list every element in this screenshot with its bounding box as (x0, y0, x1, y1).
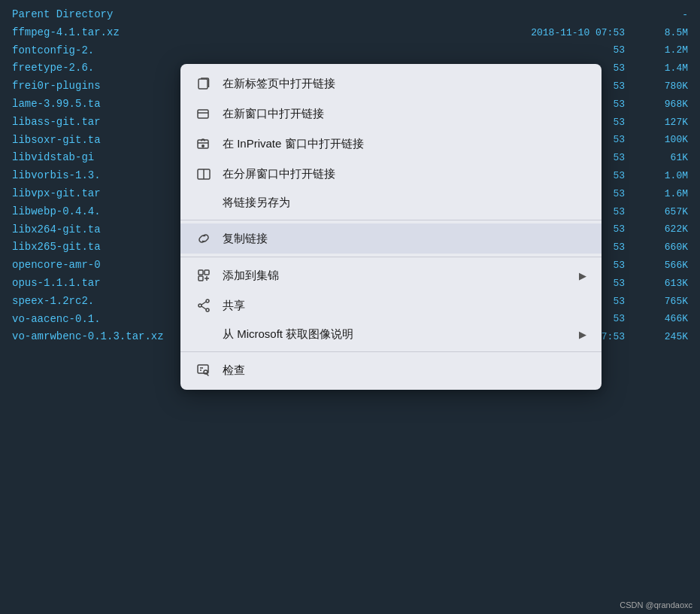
file-size: 613K (643, 275, 688, 292)
menu-item-ms-image[interactable]: 从 Microsoft 获取图像说明 ▶ (180, 321, 602, 348)
file-name: ffmpeg-4.1.tar.xz (12, 24, 208, 42)
file-name: freetype-2.6. (12, 59, 208, 78)
svg-rect-6 (205, 270, 209, 275)
menu-divider (180, 220, 602, 220)
watermark: CSDN @qrandaoxc (620, 600, 692, 609)
file-size: 466K (643, 311, 688, 327)
menu-item-share[interactable]: 共享 (180, 290, 602, 321)
svg-point-9 (198, 304, 202, 307)
svg-rect-5 (198, 270, 203, 275)
file-size: 780K (643, 78, 688, 95)
svg-rect-11 (198, 365, 208, 373)
copy-link-icon (195, 230, 212, 247)
svg-point-3 (202, 144, 205, 147)
file-name: libvidstab-gi (12, 149, 208, 167)
svg-rect-0 (198, 79, 208, 89)
file-name: libvorbis-1.3. (12, 167, 208, 185)
file-size: 657K (643, 204, 688, 220)
context-menu: 在新标签页中打开链接 在新窗口中打开链接 在 InPrivate 窗口中打开链接 (180, 64, 602, 390)
menu-divider-2 (180, 257, 602, 257)
file-date: 53 (505, 42, 625, 59)
file-name: fontconfig-2. (12, 42, 208, 60)
file-name: opencore-amr-0 (12, 257, 208, 275)
file-size: 100K (643, 132, 688, 148)
file-name: libsoxr-git.ta (12, 132, 208, 150)
menu-item-label: 复制链接 (223, 232, 586, 246)
menu-item-label: 共享 (223, 299, 586, 313)
file-row-parent[interactable]: Parent Directory - (12, 6, 688, 24)
file-name: lame-3.99.5.ta (12, 96, 208, 114)
file-name: speex-1.2rc2. (12, 293, 208, 311)
svg-point-12 (204, 370, 208, 374)
menu-item-label: 检查 (223, 363, 586, 378)
file-size: 8.5M (643, 25, 688, 41)
file-size: 1.4M (643, 60, 688, 77)
file-row-fontconfig[interactable]: fontconfig-2. 53 1.2M (12, 42, 688, 60)
file-name: frei0r-plugins (12, 78, 208, 96)
file-size: 622K (643, 221, 688, 238)
file-size: 968K (643, 96, 688, 113)
menu-item-label: 在新窗口中打开链接 (223, 107, 586, 121)
file-name: libx264-git.ta (12, 221, 208, 239)
file-name: vo-aacenc-0.1. (12, 311, 208, 329)
submenu-arrow-icon: ▶ (579, 270, 586, 281)
file-name: libx265-git.ta (12, 239, 208, 257)
file-row-ffmpeg[interactable]: ffmpeg-4.1.tar.xz 2018-11-10 07:53 8.5M (12, 24, 688, 42)
file-size: 660K (643, 239, 688, 256)
menu-item-new-tab[interactable]: 在新标签页中打开链接 (180, 68, 602, 99)
menu-item-label: 在新标签页中打开链接 (223, 77, 586, 91)
file-name: Parent Directory (12, 6, 208, 24)
file-name: libwebp-0.4.4. (12, 203, 208, 221)
file-size: 61K (643, 150, 688, 166)
menu-item-collections[interactable]: 添加到集锦 ▶ (180, 260, 602, 290)
file-size: 245K (643, 329, 688, 345)
svg-point-10 (206, 309, 209, 312)
share-icon (195, 297, 212, 314)
menu-item-inspect[interactable]: 检查 (180, 355, 602, 385)
inspect-icon (195, 362, 212, 378)
file-size: 1.6M (643, 186, 688, 202)
inprivate-icon (195, 135, 212, 152)
menu-item-label: 在 InPrivate 窗口中打开链接 (223, 137, 586, 151)
new-tab-icon (195, 75, 212, 92)
menu-item-label: 从 Microsoft 获取图像说明 (223, 327, 568, 342)
menu-item-label: 将链接另存为 (223, 196, 586, 210)
file-size: 1.0M (643, 168, 688, 184)
menu-item-label: 在分屏窗口中打开链接 (223, 167, 586, 181)
file-size: 765K (643, 293, 688, 310)
file-name: libvpx-git.tar (12, 185, 208, 203)
file-size: 1.2M (643, 42, 688, 59)
collections-icon (195, 267, 212, 284)
menu-item-save-as[interactable]: 将链接另存为 (180, 189, 602, 217)
file-name: opus-1.1.1.tar (12, 275, 208, 293)
svg-point-8 (206, 299, 209, 302)
file-size: 566K (643, 257, 688, 274)
menu-item-label: 添加到集锦 (223, 269, 568, 283)
file-size: - (682, 7, 688, 23)
new-window-icon (195, 105, 212, 122)
menu-item-copy-link[interactable]: 复制链接 (180, 223, 602, 254)
split-icon (195, 166, 212, 182)
svg-rect-1 (198, 110, 208, 118)
file-size: 127K (643, 114, 688, 131)
menu-item-split-screen[interactable]: 在分屏窗口中打开链接 (180, 159, 602, 189)
file-name: vo-amrwbenc-0.1.3.tar.xz (12, 328, 208, 346)
menu-item-new-window[interactable]: 在新窗口中打开链接 (180, 99, 602, 129)
submenu-arrow-icon-2: ▶ (579, 329, 586, 340)
svg-rect-7 (198, 276, 203, 281)
menu-divider-3 (180, 351, 602, 352)
file-name: libass-git.tar (12, 114, 208, 132)
file-date: 2018-11-10 07:53 (505, 25, 625, 41)
menu-item-inprivate[interactable]: 在 InPrivate 窗口中打开链接 (180, 129, 602, 159)
